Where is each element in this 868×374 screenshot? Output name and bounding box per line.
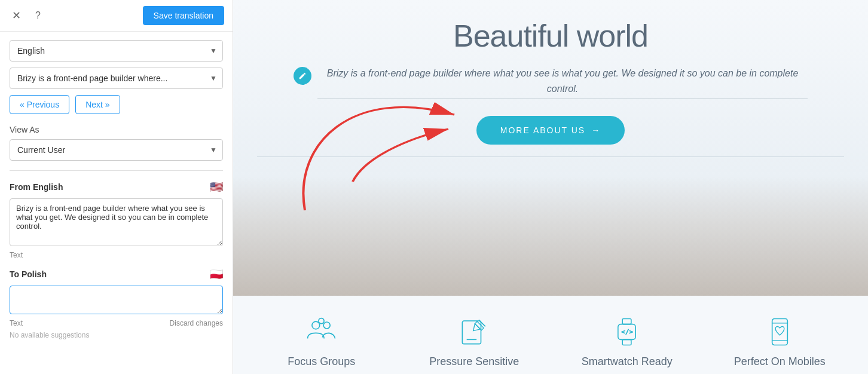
feature-focus-groups: Focus Groups (245, 308, 398, 374)
nav-buttons: « Previous Next » (10, 95, 223, 114)
feature-mobile: Perfect On Mobiles (704, 308, 857, 374)
source-type-label: Text (10, 251, 223, 259)
language-select[interactable]: English Polish French (10, 40, 223, 62)
subtitle-text: Brizy is a front-end page builder where … (317, 66, 808, 99)
svg-rect-4 (462, 321, 481, 344)
svg-point-2 (323, 322, 330, 329)
section-divider (10, 170, 223, 171)
svg-text:</>: </> (622, 328, 634, 336)
view-as-label: View As (10, 125, 223, 134)
target-type-label: Text (10, 319, 23, 327)
features-row: Focus Groups Pressure Sensitive (233, 296, 868, 374)
pencil-icon[interactable] (294, 67, 311, 85)
cta-label: MORE ABOUT US (500, 125, 585, 135)
page-title: Beautiful world (453, 18, 648, 54)
svg-line-6 (479, 320, 485, 326)
divider-line (257, 157, 844, 157)
language-select-wrapper: English Polish French ▼ (10, 40, 223, 62)
top-bar: ✕ ? Save translation (0, 0, 233, 32)
discard-changes-button[interactable]: Discard changes (170, 319, 223, 327)
previous-button[interactable]: « Previous (10, 95, 69, 114)
save-translation-button[interactable]: Save translation (143, 6, 224, 25)
svg-rect-9 (622, 339, 631, 345)
string-select-wrapper: Brizy is a front-end page builder where.… (10, 68, 223, 89)
svg-rect-11 (772, 318, 787, 345)
focus-groups-label: Focus Groups (288, 355, 355, 368)
svg-point-3 (319, 318, 324, 323)
view-as-select[interactable]: Current User Administrator (10, 139, 223, 161)
mobile-label: Perfect On Mobiles (734, 355, 826, 368)
preview-panel: Beautiful world Brizy is a front-end pag… (233, 0, 868, 374)
focus-groups-icon (304, 314, 340, 350)
smartwatch-icon: </> (609, 314, 645, 350)
next-button[interactable]: Next » (75, 95, 120, 114)
to-polish-label: To Polish (10, 269, 47, 279)
from-english-label: From English (10, 182, 63, 192)
translation-panel: ✕ ? Save translation English Polish Fren… (0, 0, 233, 374)
bottom-row: Text Discard changes (10, 319, 223, 327)
feature-pressure-sensitive: Pressure Sensitive (398, 308, 551, 374)
help-button[interactable]: ? (32, 10, 44, 22)
polish-flag-icon: 🇵🇱 (210, 268, 223, 281)
english-flag-icon: 🇺🇸 (210, 180, 223, 194)
subtitle-wrapper: Brizy is a front-end page builder where … (294, 66, 808, 99)
pressure-sensitive-icon (456, 314, 492, 350)
target-text-area[interactable] (10, 286, 223, 314)
preview-content: Beautiful world Brizy is a front-end pag… (233, 0, 868, 296)
source-text-area[interactable]: Brizy is a front-end page builder where … (10, 198, 223, 246)
cta-button[interactable]: MORE ABOUT US → (476, 116, 625, 145)
feature-smartwatch: </> Smartwatch Ready (551, 308, 704, 374)
smartwatch-label: Smartwatch Ready (582, 355, 673, 368)
bridge-background (233, 176, 868, 296)
mobile-icon (762, 314, 797, 350)
string-select[interactable]: Brizy is a front-end page builder where.… (10, 68, 223, 89)
view-as-select-wrapper: Current User Administrator ▼ (10, 139, 223, 161)
close-button[interactable]: ✕ (8, 9, 25, 22)
from-section-header: From English 🇺🇸 (10, 180, 223, 194)
to-section-header: To Polish 🇵🇱 (10, 268, 223, 281)
no-suggestions-label: No available suggestions (10, 331, 223, 339)
svg-rect-7 (622, 318, 631, 324)
arrow-right-icon: → (591, 125, 601, 135)
pressure-sensitive-label: Pressure Sensitive (429, 355, 519, 368)
panel-content: English Polish French ▼ Brizy is a front… (0, 32, 233, 374)
svg-point-1 (312, 321, 320, 329)
